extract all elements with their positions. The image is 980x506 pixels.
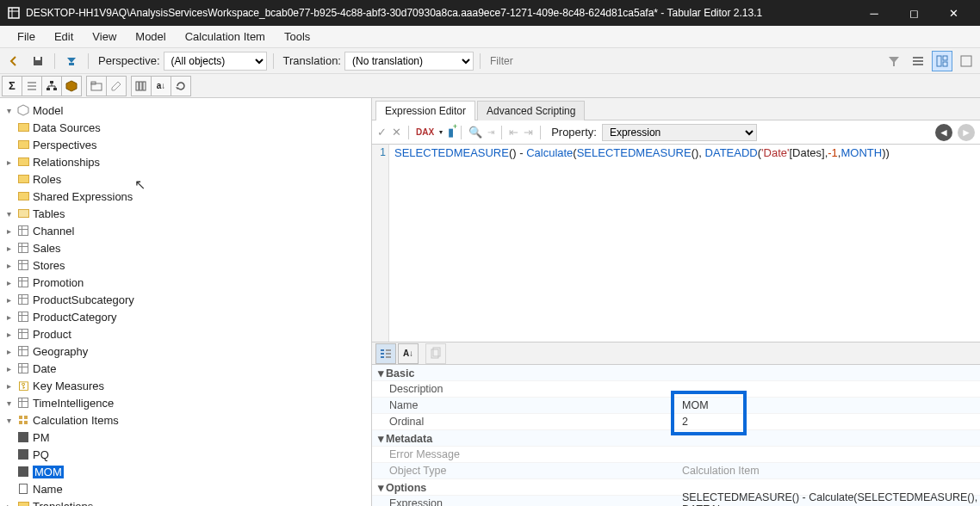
tree-data-sources[interactable]: Data Sources: [33, 121, 101, 134]
refresh-icon[interactable]: [171, 76, 191, 96]
dax-format-icon[interactable]: DAX: [416, 127, 434, 137]
prop-expression-value[interactable]: SELECTEDMEASURE() - Calculate(SELECTEDME…: [682, 491, 980, 506]
tree-calc-pq[interactable]: PQ: [33, 448, 49, 461]
hierarchy-icon[interactable]: [41, 76, 62, 96]
edit-icon[interactable]: [106, 76, 127, 96]
svg-rect-13: [943, 62, 947, 66]
tree-tables[interactable]: Tables: [33, 207, 65, 220]
editor-gutter: 1: [372, 145, 389, 342]
toolbar-main: Perspective: (All objects) Translation: …: [0, 48, 980, 74]
tree-table-geography[interactable]: Geography: [33, 345, 88, 358]
save-icon[interactable]: [28, 51, 48, 71]
filter-input[interactable]: [487, 53, 880, 69]
goto-icon[interactable]: ⇥: [487, 127, 494, 137]
expression-editor[interactable]: 1 SELECTEDMEASURE() - Calculate(SELECTED…: [372, 145, 980, 342]
menubar: File Edit View Model Calculation Item To…: [0, 26, 980, 48]
tree-table-productcategory[interactable]: ProductCategory: [33, 311, 117, 324]
tree-perspectives[interactable]: Perspectives: [33, 139, 96, 151]
prop-alphabetical-icon[interactable]: A↓: [398, 343, 419, 364]
filter-icon[interactable]: [884, 51, 904, 71]
svg-rect-39: [381, 356, 384, 358]
list-icon[interactable]: [22, 76, 42, 96]
maximize-button[interactable]: ◻: [894, 0, 933, 26]
editor-code[interactable]: SELECTEDMEASURE() - Calculate(SELECTEDME…: [389, 145, 980, 342]
property-select[interactable]: Expression: [602, 124, 757, 141]
tree-translations[interactable]: Translations: [33, 500, 93, 507]
titlebar: DESKTOP-HH1V9AQ\AnalysisServicesWorkspac…: [0, 0, 980, 26]
nav-back-button[interactable]: ◄: [935, 124, 952, 141]
tree-name-column[interactable]: Name: [33, 483, 63, 496]
tree-table-key-measures[interactable]: Key Measures: [33, 380, 104, 392]
columns-icon[interactable]: [131, 76, 152, 96]
tree-table-sales[interactable]: Sales: [33, 242, 61, 255]
folder-icon[interactable]: [86, 76, 107, 96]
svg-rect-9: [913, 60, 923, 62]
view-grid-icon[interactable]: [956, 51, 977, 71]
menu-calculation-item[interactable]: Calculation Item: [177, 28, 274, 46]
prop-error-message: Error Message: [372, 448, 682, 460]
indent-out-icon[interactable]: ⇤: [509, 126, 518, 139]
view-panels-icon[interactable]: [932, 51, 952, 71]
prop-pages-icon[interactable]: [425, 343, 446, 364]
tree-table-product[interactable]: Product: [33, 328, 71, 341]
search-icon[interactable]: 🔍: [468, 126, 482, 139]
comment-icon[interactable]: ▮+: [448, 126, 454, 139]
prop-expression[interactable]: Expression: [372, 497, 682, 506]
dax-dropdown-icon[interactable]: ▾: [439, 128, 443, 136]
svg-rect-12: [943, 56, 947, 60]
tree-calc-mom[interactable]: MOM: [33, 466, 64, 478]
app-icon: [7, 6, 21, 20]
tab-advanced-scripting[interactable]: Advanced Scripting: [477, 101, 585, 120]
sigma-icon[interactable]: Σ: [2, 76, 22, 96]
prop-name-value[interactable]: MOM: [682, 399, 980, 411]
tree-relationships[interactable]: Relationships: [33, 156, 100, 169]
close-button[interactable]: ✕: [933, 0, 973, 26]
svg-rect-11: [937, 56, 941, 66]
deploy-icon[interactable]: [61, 51, 82, 71]
cancel-icon[interactable]: ✕: [392, 126, 401, 139]
tree-table-timeintelligence[interactable]: TimeIntelligence: [33, 397, 114, 410]
menu-view[interactable]: View: [84, 28, 125, 46]
properties-grid[interactable]: ▾Basic Description NameMOM Ordinal2 ▾Met…: [372, 365, 980, 506]
svg-rect-4: [35, 57, 40, 60]
indent-in-icon[interactable]: ⇥: [524, 126, 533, 139]
cube-icon[interactable]: [61, 76, 82, 96]
prop-ordinal[interactable]: Ordinal: [372, 416, 682, 428]
cube-icon: [16, 103, 30, 117]
prop-ordinal-value[interactable]: 2: [682, 416, 980, 428]
tab-expression-editor[interactable]: Expression Editor: [375, 101, 475, 120]
prop-description[interactable]: Description: [372, 383, 682, 395]
calculation-items-icon: [16, 413, 30, 427]
view-list-icon[interactable]: [908, 51, 928, 71]
back-icon[interactable]: [3, 51, 24, 71]
prop-name[interactable]: Name: [372, 399, 682, 411]
tree-calc-pm[interactable]: PM: [33, 431, 50, 444]
tree-table-channel[interactable]: Channel: [33, 225, 74, 238]
menu-edit[interactable]: Edit: [46, 28, 82, 46]
prop-object-type: Object Type: [372, 465, 682, 477]
tree-table-promotion[interactable]: Promotion: [33, 276, 84, 289]
accept-icon[interactable]: ✓: [377, 126, 387, 139]
menu-model[interactable]: Model: [127, 28, 174, 46]
model-tree[interactable]: ▾Model ▸Data Sources ▸Perspectives ▸Rela…: [0, 98, 372, 506]
tree-table-productsubcategory[interactable]: ProductSubcategory: [33, 293, 134, 306]
translation-select[interactable]: (No translation): [344, 52, 474, 71]
minimize-button[interactable]: ─: [854, 0, 894, 26]
prop-cat-basic[interactable]: Basic: [386, 367, 414, 380]
tree-table-date[interactable]: Date: [33, 362, 56, 375]
nav-forward-button[interactable]: ►: [958, 124, 975, 141]
tree-model[interactable]: Model: [33, 104, 63, 117]
sort-icon[interactable]: a↓: [151, 76, 171, 96]
main-area: ▾Model ▸Data Sources ▸Perspectives ▸Rela…: [0, 98, 980, 506]
tree-roles[interactable]: Roles: [33, 173, 61, 186]
tree-shared-expressions[interactable]: Shared Expressions: [33, 190, 133, 203]
perspective-select[interactable]: (All objects): [164, 52, 267, 71]
tree-table-stores[interactable]: Stores: [33, 259, 65, 272]
prop-cat-options[interactable]: Options: [386, 482, 426, 494]
right-panel: Expression Editor Advanced Scripting ✓ ✕…: [372, 98, 980, 506]
tree-calculation-items[interactable]: Calculation Items: [33, 414, 119, 427]
menu-file[interactable]: File: [9, 28, 44, 46]
prop-categorized-icon[interactable]: [375, 343, 396, 364]
prop-cat-metadata[interactable]: Metadata: [386, 433, 432, 445]
menu-tools[interactable]: Tools: [276, 28, 319, 46]
